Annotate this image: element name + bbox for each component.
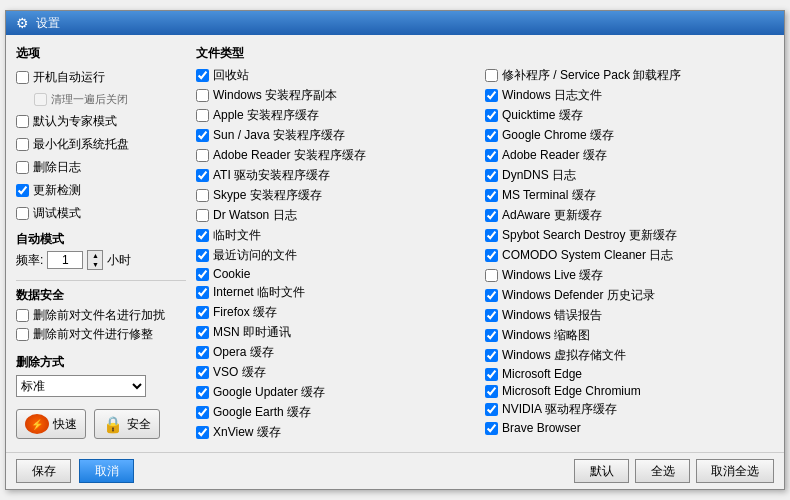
middle-file-item[interactable]: Skype 安装程序缓存	[196, 186, 485, 205]
right-checkbox-11[interactable]	[485, 289, 498, 302]
middle-checkbox-17[interactable]	[196, 406, 209, 419]
right-checkbox-9[interactable]	[485, 249, 498, 262]
right-file-item[interactable]: COMODO System Cleaner 日志	[485, 246, 774, 265]
middle-checkbox-15[interactable]	[196, 366, 209, 379]
checkbox-debug-mode[interactable]	[16, 207, 29, 220]
right-file-item[interactable]: 修补程序 / Service Pack 卸载程序	[485, 66, 774, 85]
middle-file-item[interactable]: Cookie	[196, 266, 485, 282]
checkbox-delete-log[interactable]	[16, 161, 29, 174]
checkbox-auto-start[interactable]	[16, 71, 29, 84]
middle-file-item[interactable]: Windows 安装程序副本	[196, 86, 485, 105]
middle-file-item[interactable]: MSN 即时通讯	[196, 323, 485, 342]
middle-checkbox-13[interactable]	[196, 326, 209, 339]
right-file-item[interactable]: Windows 缩略图	[485, 326, 774, 345]
right-file-item[interactable]: Microsoft Edge	[485, 366, 774, 382]
right-checkbox-3[interactable]	[485, 129, 498, 142]
select-all-button[interactable]: 全选	[635, 459, 690, 483]
option-scramble-name[interactable]: 删除前对文件名进行加扰	[16, 306, 186, 325]
right-file-item[interactable]: Google Chrome 缓存	[485, 126, 774, 145]
right-file-item[interactable]: AdAware 更新缓存	[485, 206, 774, 225]
middle-checkbox-5[interactable]	[196, 169, 209, 182]
right-file-item[interactable]: DynDNS 日志	[485, 166, 774, 185]
middle-checkbox-0[interactable]	[196, 69, 209, 82]
middle-file-item[interactable]: Sun / Java 安装程序缓存	[196, 126, 485, 145]
middle-checkbox-4[interactable]	[196, 149, 209, 162]
right-checkbox-5[interactable]	[485, 169, 498, 182]
right-file-item[interactable]: Windows Defender 历史记录	[485, 286, 774, 305]
checkbox-expert-mode[interactable]	[16, 115, 29, 128]
middle-checkbox-6[interactable]	[196, 189, 209, 202]
middle-checkbox-3[interactable]	[196, 129, 209, 142]
middle-file-item[interactable]: Apple 安装程序缓存	[196, 106, 485, 125]
middle-checkbox-18[interactable]	[196, 426, 209, 439]
right-checkbox-14[interactable]	[485, 349, 498, 362]
right-file-item[interactable]: NVIDIA 驱动程序缓存	[485, 400, 774, 419]
checkbox-update-check[interactable]	[16, 184, 29, 197]
right-checkbox-15[interactable]	[485, 368, 498, 381]
option-auto-start[interactable]: 开机自动运行	[16, 68, 186, 87]
middle-checkbox-7[interactable]	[196, 209, 209, 222]
freq-down[interactable]: ▼	[88, 260, 102, 269]
middle-checkbox-14[interactable]	[196, 346, 209, 359]
right-checkbox-0[interactable]	[485, 69, 498, 82]
right-file-item[interactable]: Windows 错误报告	[485, 306, 774, 325]
middle-checkbox-8[interactable]	[196, 229, 209, 242]
right-checkbox-7[interactable]	[485, 209, 498, 222]
right-file-item[interactable]: Spybot Search Destroy 更新缓存	[485, 226, 774, 245]
right-checkbox-17[interactable]	[485, 403, 498, 416]
middle-file-item[interactable]: Dr Watson 日志	[196, 206, 485, 225]
middle-file-item[interactable]: Firefox 缓存	[196, 303, 485, 322]
middle-checkbox-9[interactable]	[196, 249, 209, 262]
right-file-item[interactable]: Microsoft Edge Chromium	[485, 383, 774, 399]
fast-button[interactable]: ⚡ 快速	[16, 409, 86, 439]
option-expert-mode[interactable]: 默认为专家模式	[16, 112, 186, 131]
checkbox-close-after[interactable]	[34, 93, 47, 106]
right-file-item[interactable]: Windows 虚拟存储文件	[485, 346, 774, 365]
middle-file-item[interactable]: ATI 驱动安装程序缓存	[196, 166, 485, 185]
right-file-item[interactable]: Windows 日志文件	[485, 86, 774, 105]
right-checkbox-8[interactable]	[485, 229, 498, 242]
save-button[interactable]: 保存	[16, 459, 71, 483]
middle-checkbox-2[interactable]	[196, 109, 209, 122]
option-update-check[interactable]: 更新检测	[16, 181, 186, 200]
checkbox-scramble-name[interactable]	[16, 309, 29, 322]
freq-input[interactable]	[47, 251, 83, 269]
middle-file-item[interactable]: Google Earth 缓存	[196, 403, 485, 422]
middle-checkbox-12[interactable]	[196, 306, 209, 319]
right-file-item[interactable]: Windows Live 缓存	[485, 266, 774, 285]
right-checkbox-2[interactable]	[485, 109, 498, 122]
right-file-item[interactable]: MS Terminal 缓存	[485, 186, 774, 205]
middle-checkbox-10[interactable]	[196, 268, 209, 281]
right-checkbox-10[interactable]	[485, 269, 498, 282]
middle-file-item[interactable]: VSO 缓存	[196, 363, 485, 382]
default-button[interactable]: 默认	[574, 459, 629, 483]
deselect-all-button[interactable]: 取消全选	[696, 459, 774, 483]
middle-file-item[interactable]: Google Updater 缓存	[196, 383, 485, 402]
middle-file-item[interactable]: 回收站	[196, 66, 485, 85]
right-file-item[interactable]: Quicktime 缓存	[485, 106, 774, 125]
right-checkbox-18[interactable]	[485, 422, 498, 435]
middle-file-item[interactable]: Adobe Reader 安装程序缓存	[196, 146, 485, 165]
middle-checkbox-16[interactable]	[196, 386, 209, 399]
right-file-item[interactable]: Brave Browser	[485, 420, 774, 436]
middle-file-item[interactable]: 最近访问的文件	[196, 246, 485, 265]
delete-method-select[interactable]: 标准 安全 高级	[16, 375, 146, 397]
middle-file-item[interactable]: 临时文件	[196, 226, 485, 245]
freq-up[interactable]: ▲	[88, 251, 102, 260]
option-close-after[interactable]: 清理一遍后关闭	[34, 91, 186, 108]
cancel-button[interactable]: 取消	[79, 459, 134, 483]
right-file-item[interactable]: Adobe Reader 缓存	[485, 146, 774, 165]
right-checkbox-16[interactable]	[485, 385, 498, 398]
middle-checkbox-1[interactable]	[196, 89, 209, 102]
right-checkbox-13[interactable]	[485, 329, 498, 342]
option-debug-mode[interactable]: 调试模式	[16, 204, 186, 223]
right-checkbox-12[interactable]	[485, 309, 498, 322]
middle-file-item[interactable]: Internet 临时文件	[196, 283, 485, 302]
freq-spinner[interactable]: ▲ ▼	[87, 250, 103, 270]
option-minimize-tray[interactable]: 最小化到系统托盘	[16, 135, 186, 154]
option-delete-log[interactable]: 删除日志	[16, 158, 186, 177]
middle-file-item[interactable]: Opera 缓存	[196, 343, 485, 362]
checkbox-minimize-tray[interactable]	[16, 138, 29, 151]
middle-file-item[interactable]: XnView 缓存	[196, 423, 485, 442]
checkbox-modify-before[interactable]	[16, 328, 29, 341]
